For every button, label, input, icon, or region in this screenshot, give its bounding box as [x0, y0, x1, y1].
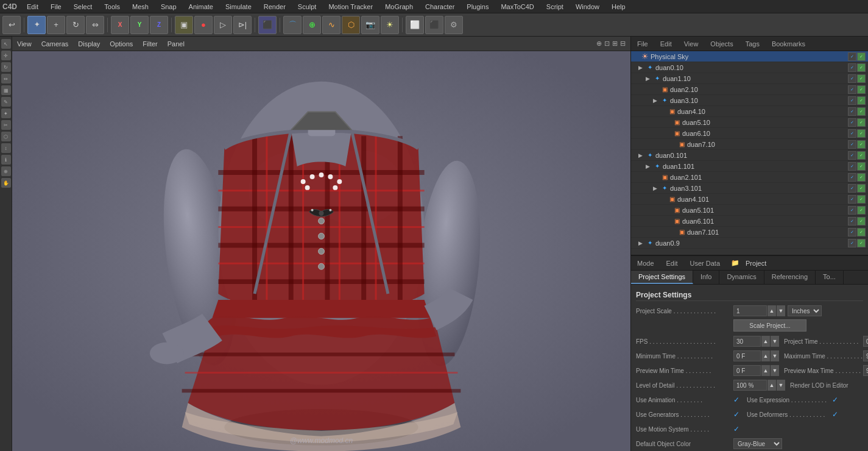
spline-btn[interactable]: ∿: [322, 16, 340, 34]
scale-down-btn[interactable]: ▼: [777, 305, 785, 316]
menu-character[interactable]: Character: [423, 2, 457, 12]
menu-sculpt[interactable]: Sculpt: [295, 2, 319, 12]
vis-green[interactable]: ✓: [857, 228, 866, 236]
viewport-menu-panel[interactable]: Panel: [168, 40, 185, 48]
obj-header-view[interactable]: View: [680, 39, 702, 49]
min-time-stepper[interactable]: ▲ ▼: [733, 350, 779, 361]
menu-tools[interactable]: Tools: [102, 2, 122, 12]
props-header-userdata[interactable]: User Data: [686, 258, 724, 268]
fps-up[interactable]: ▲: [761, 336, 770, 347]
fps-down[interactable]: ▼: [771, 336, 779, 347]
viewport-menu-view[interactable]: View: [17, 40, 32, 48]
menu-window[interactable]: Window: [573, 2, 602, 12]
menu-snap[interactable]: Snap: [158, 2, 179, 12]
select-tool-btn[interactable]: ✦: [27, 16, 46, 34]
vis-green[interactable]: ✓: [857, 206, 866, 215]
sidebar-poly-icon[interactable]: ▦: [1, 85, 11, 95]
obj-header-bookmarks[interactable]: Bookmarks: [768, 39, 809, 49]
vis-green[interactable]: ✓: [857, 118, 866, 127]
sidebar-axis-icon[interactable]: ⊕: [1, 166, 11, 176]
connect-btn[interactable]: ⊕: [303, 16, 321, 34]
fps-input[interactable]: [733, 336, 761, 347]
vis-green[interactable]: ✓: [857, 107, 866, 116]
sidebar-measure-icon[interactable]: ↕: [1, 143, 11, 153]
render-settings-btn[interactable]: ⚙: [445, 16, 463, 34]
tree-item-duan6-10[interactable]: ▣ duan6.10 ✓ ✓: [631, 128, 868, 139]
axis-x-btn[interactable]: X: [111, 16, 129, 34]
menu-simulate[interactable]: Simulate: [223, 2, 254, 12]
extrude-btn[interactable]: ⬡: [342, 16, 360, 34]
viewport-menu-cameras[interactable]: Cameras: [41, 40, 69, 48]
tree-item-duan0-10[interactable]: ▶ ✦ duan0.10 ✓ ✓: [631, 62, 868, 73]
tab-referencing[interactable]: Referencing: [764, 271, 816, 284]
tree-item-duan0-9[interactable]: ▶ ✦ duan0.9 ✓ ✓: [631, 238, 868, 249]
prmin-down[interactable]: ▼: [771, 365, 779, 376]
tree-item-duan4-101[interactable]: ▣ duan4.101 ✓ ✓: [631, 194, 868, 205]
vis-green[interactable]: ✓: [857, 96, 866, 105]
lod-stepper[interactable]: ▲ ▼: [733, 380, 785, 391]
vis-green[interactable]: ✓: [857, 195, 866, 204]
axis-y-btn[interactable]: Y: [130, 16, 149, 34]
axis-z-btn[interactable]: Z: [150, 16, 168, 34]
tree-item-physical-sky[interactable]: ☀ Physical Sky ✓ ✓: [631, 51, 868, 62]
render-btn[interactable]: ⬛: [425, 16, 443, 34]
max-time-input[interactable]: [863, 350, 868, 361]
menu-mesh[interactable]: Mesh: [130, 2, 151, 12]
tree-item-duan5-10[interactable]: ▣ duan5.10 ✓ ✓: [631, 117, 868, 128]
vis-check[interactable]: ✓: [848, 107, 856, 116]
viewport-menu-display[interactable]: Display: [78, 40, 100, 48]
lod-down[interactable]: ▼: [777, 380, 785, 391]
render-preview-btn[interactable]: ⬜: [406, 16, 424, 34]
light-btn[interactable]: ☀: [381, 16, 399, 34]
tree-item-duan1-10[interactable]: ▶ ✦ duan1.10 ✓ ✓: [631, 73, 868, 84]
menu-render[interactable]: Render: [261, 2, 288, 12]
tree-item-duan5-101[interactable]: ▣ duan5.101 ✓ ✓: [631, 205, 868, 216]
preview-max-input[interactable]: [863, 365, 868, 376]
move-tool-btn[interactable]: +: [47, 16, 65, 34]
vis-check[interactable]: ✓: [848, 96, 856, 105]
undo-btn[interactable]: ↩: [2, 16, 21, 34]
vis-green[interactable]: ✓: [857, 140, 866, 149]
tab-to[interactable]: To...: [816, 271, 844, 284]
min-time-input[interactable]: [733, 350, 761, 361]
sidebar-info-icon[interactable]: ℹ: [1, 155, 11, 165]
preview-min-stepper[interactable]: ▲ ▼: [733, 365, 779, 376]
tree-item-duan4-10[interactable]: ▣ duan4.10 ✓ ✓: [631, 106, 868, 117]
viewport-menu-filter[interactable]: Filter: [143, 40, 157, 48]
vis-green[interactable]: ✓: [857, 129, 866, 138]
menu-select[interactable]: Select: [71, 2, 95, 12]
sidebar-knife-icon[interactable]: ✂: [1, 120, 11, 130]
vis-check[interactable]: ✓: [848, 195, 856, 204]
cube-btn[interactable]: ⬛: [258, 16, 277, 34]
scale-tool-btn[interactable]: ⇔: [86, 16, 104, 34]
sidebar-weld-icon[interactable]: ⬡: [1, 132, 11, 141]
tab-project-settings[interactable]: Project Settings: [631, 271, 693, 284]
vis-check[interactable]: ✓: [848, 129, 856, 138]
play-btn[interactable]: ▷: [214, 16, 232, 34]
menu-mograph[interactable]: MoGraph: [383, 2, 415, 12]
scale-up-btn[interactable]: ▲: [767, 305, 776, 316]
vis-green[interactable]: ✓: [857, 173, 866, 182]
vis-check[interactable]: ✓: [848, 74, 856, 83]
tree-item-duan3-10[interactable]: ▶ ✦ duan3.10 ✓ ✓: [631, 95, 868, 106]
preview-max-stepper[interactable]: ▲ ▼: [863, 365, 868, 376]
tab-dynamics[interactable]: Dynamics: [719, 271, 764, 284]
preview-min-input[interactable]: [733, 365, 761, 376]
obj-header-objects[interactable]: Objects: [707, 39, 736, 49]
viewport-canvas[interactable]: @www.modmod.cn: [12, 51, 630, 451]
tree-item-duan7-10[interactable]: ▣ duan7.10 ✓ ✓: [631, 139, 868, 150]
menu-file[interactable]: File: [48, 2, 64, 12]
vis-green[interactable]: ✓: [857, 184, 866, 193]
vis-check[interactable]: ✓: [848, 151, 856, 160]
default-color-select[interactable]: Gray-Blue: [733, 438, 782, 449]
use-expr-check[interactable]: ✓: [832, 396, 838, 404]
vis-check[interactable]: ✓: [848, 217, 856, 226]
menu-help[interactable]: Help: [609, 2, 628, 12]
sidebar-magnet-icon[interactable]: ✦: [1, 108, 11, 118]
props-header-mode[interactable]: Mode: [633, 258, 658, 268]
tree-item-duan6-101[interactable]: ▣ duan6.101 ✓ ✓: [631, 216, 868, 227]
mint-up[interactable]: ▲: [761, 350, 770, 361]
vis-green[interactable]: ✓: [857, 63, 866, 72]
project-time-input[interactable]: [863, 336, 868, 347]
sidebar-scale-icon[interactable]: ⇔: [1, 74, 11, 83]
